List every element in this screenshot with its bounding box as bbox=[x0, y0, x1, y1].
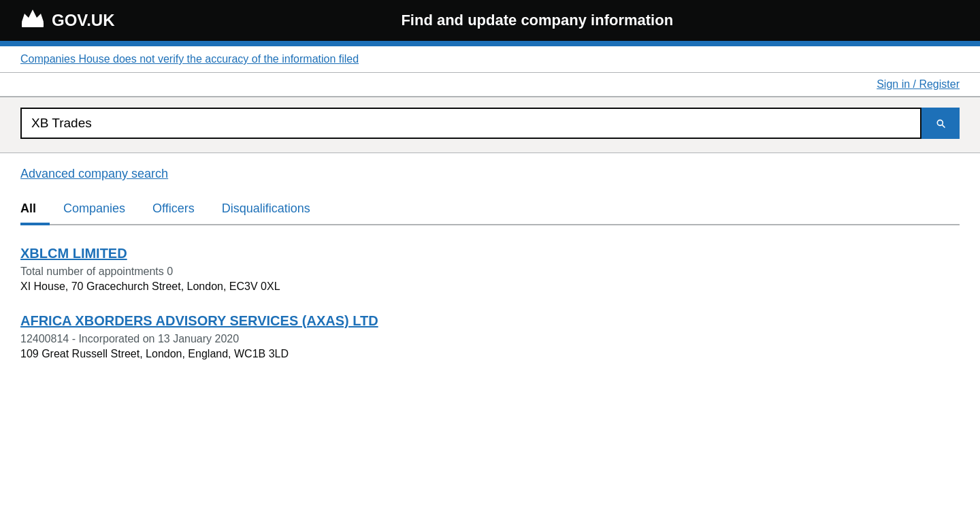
site-title: Find and update company information bbox=[114, 12, 960, 29]
search-icon bbox=[935, 115, 946, 131]
gov-uk-text: GOV.UK bbox=[52, 11, 114, 30]
result-meta: 12400814 - Incorporated on 13 January 20… bbox=[20, 333, 960, 345]
crown-icon bbox=[20, 8, 45, 33]
result-company-name[interactable]: AFRICA XBORDERS ADVISORY SERVICES (AXAS)… bbox=[20, 313, 378, 329]
notice-bar: Companies House does not verify the accu… bbox=[0, 46, 980, 73]
search-area bbox=[0, 96, 980, 153]
result-address: XI House, 70 Gracechurch Street, London,… bbox=[20, 280, 960, 293]
result-item: AFRICA XBORDERS ADVISORY SERVICES (AXAS)… bbox=[20, 313, 960, 360]
gov-logo: GOV.UK bbox=[20, 8, 114, 33]
svg-rect-0 bbox=[22, 22, 44, 27]
search-button[interactable] bbox=[921, 108, 960, 139]
tab-all[interactable]: All bbox=[20, 195, 50, 225]
search-results: XBLCM LIMITED Total number of appointmen… bbox=[20, 246, 960, 360]
main-content: Advanced company search All Companies Of… bbox=[0, 153, 980, 394]
result-company-name[interactable]: XBLCM LIMITED bbox=[20, 246, 127, 261]
search-tabs: All Companies Officers Disqualifications bbox=[20, 195, 960, 225]
search-form bbox=[20, 108, 960, 139]
tab-officers[interactable]: Officers bbox=[139, 195, 208, 225]
site-header: GOV.UK Find and update company informati… bbox=[0, 0, 980, 41]
tab-companies[interactable]: Companies bbox=[50, 195, 139, 225]
sign-in-link[interactable]: Sign in / Register bbox=[877, 78, 960, 91]
result-address: 109 Great Russell Street, London, Englan… bbox=[20, 348, 960, 360]
accuracy-notice-link[interactable]: Companies House does not verify the accu… bbox=[20, 53, 359, 65]
result-meta: Total number of appointments 0 bbox=[20, 266, 960, 278]
search-input[interactable] bbox=[20, 108, 921, 139]
blue-accent-bar bbox=[0, 41, 980, 46]
advanced-search-link[interactable]: Advanced company search bbox=[20, 167, 168, 181]
tab-disqualifications[interactable]: Disqualifications bbox=[208, 195, 324, 225]
result-item: XBLCM LIMITED Total number of appointmen… bbox=[20, 246, 960, 293]
sign-in-bar: Sign in / Register bbox=[0, 73, 980, 96]
